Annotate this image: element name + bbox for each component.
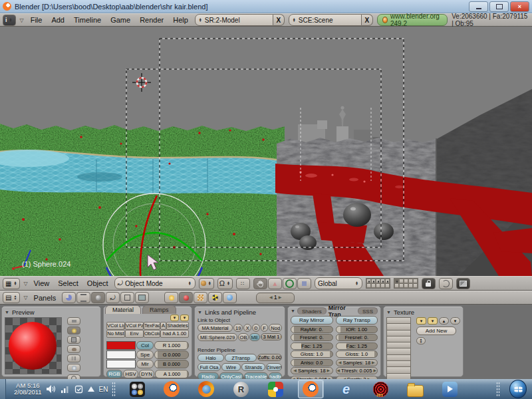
lamp-buttons-button[interactable] bbox=[164, 292, 178, 303]
layer-cell[interactable] bbox=[413, 279, 418, 283]
copy-material-arrow-button[interactable]: ▼ bbox=[170, 315, 179, 321]
mir-button[interactable]: Mir bbox=[136, 360, 154, 368]
language-indicator[interactable]: EN bbox=[99, 386, 108, 393]
close-button[interactable]: × bbox=[510, 1, 529, 12]
scene-selector[interactable]: ▲▼SCE:Scene bbox=[289, 14, 362, 26]
material-index-field[interactable]: ◀3 Mat 1▶ bbox=[261, 333, 282, 340]
orientation-dropdown[interactable]: Global▲▼ bbox=[315, 277, 362, 289]
buttons-editor-type-button[interactable]: ▤▲▼ bbox=[3, 292, 20, 303]
menu-add[interactable]: Add bbox=[49, 16, 67, 24]
gloss-transp-slider[interactable]: Gloss: 1.0 bbox=[336, 350, 378, 358]
script-context-button[interactable] bbox=[76, 292, 90, 303]
layer-cell[interactable] bbox=[366, 279, 371, 283]
menu-timeline[interactable]: Timeline bbox=[71, 16, 104, 24]
layer-cell[interactable] bbox=[399, 279, 404, 283]
menu-game[interactable]: Game bbox=[108, 16, 133, 24]
material-buttons-button[interactable] bbox=[179, 292, 193, 303]
translate-manipulator-button[interactable]: ▲ bbox=[268, 278, 282, 289]
taskbar-grip[interactable] bbox=[496, 382, 500, 396]
texture-slot[interactable] bbox=[386, 324, 411, 330]
menu-help[interactable]: Help bbox=[170, 16, 191, 24]
fake-user-button[interactable]: F bbox=[261, 324, 269, 332]
start-button[interactable] bbox=[509, 380, 527, 398]
specular-color-swatch[interactable] bbox=[106, 350, 136, 359]
layer-buttons-group-1[interactable] bbox=[366, 278, 390, 289]
editor-type-button[interactable]: i▲▼ bbox=[3, 15, 16, 26]
toggle-no-mist[interactable]: No Mist bbox=[106, 330, 125, 338]
preview-hair-button[interactable] bbox=[67, 354, 80, 362]
spe-button[interactable]: Spe bbox=[136, 350, 154, 359]
tab-sss[interactable]: SSS bbox=[358, 307, 378, 315]
fac-transp-slider[interactable]: Fac: 1.25 bbox=[336, 342, 378, 350]
menu-render[interactable]: Render bbox=[137, 16, 166, 24]
layer-cell[interactable] bbox=[385, 283, 390, 288]
slider-r[interactable]: R 1.000 bbox=[154, 341, 189, 350]
mesh-datablock-field[interactable]: ME:Sphere.029 bbox=[198, 333, 237, 341]
texture-slot[interactable] bbox=[386, 355, 411, 361]
pivot-button[interactable]: Ω▲▼ bbox=[217, 278, 233, 289]
3d-viewport[interactable]: (1) Sphere.024 bbox=[0, 27, 532, 276]
taskbar-paint-app[interactable] bbox=[267, 380, 284, 398]
layer-cell[interactable] bbox=[394, 283, 399, 288]
samples-mirror-field[interactable]: ◀Samples: 18▶ bbox=[291, 367, 333, 374]
screen-selector[interactable]: ▲▼SR:2-Model bbox=[195, 14, 273, 26]
fresnel-mirror-slider[interactable]: Fresnel: 0. bbox=[291, 334, 333, 341]
toggle-env[interactable]: Env bbox=[125, 330, 144, 338]
editing-context-button[interactable] bbox=[120, 292, 134, 303]
paste-texture-arrow-button[interactable]: ▼ bbox=[428, 317, 438, 325]
col-button[interactable]: Col bbox=[136, 341, 154, 350]
layer-cell[interactable] bbox=[385, 279, 390, 283]
raymir-slider[interactable]: RayMir: 0. bbox=[291, 326, 333, 333]
toggle-obcolor[interactable]: ObColo bbox=[144, 330, 160, 338]
halo-button[interactable]: Halo bbox=[198, 354, 224, 362]
zoffs-field[interactable]: Zoffs: 0.00 bbox=[257, 354, 282, 361]
auto-name-button[interactable]: ⊙ bbox=[252, 324, 260, 332]
taskbar-media-player[interactable] bbox=[441, 380, 458, 398]
aniso-slider[interactable]: Aniso: 0.0 bbox=[291, 359, 333, 366]
preview-plane-button[interactable] bbox=[67, 317, 80, 325]
layer-buttons-group-2[interactable] bbox=[394, 278, 418, 289]
ray-mirror-button[interactable]: Ray Mirror bbox=[291, 316, 333, 325]
mirror-color-swatch[interactable] bbox=[106, 360, 136, 368]
frame-number-field[interactable]: ◀ 1 ▶ bbox=[256, 293, 295, 303]
draw-mode-button[interactable]: ▲▼ bbox=[199, 278, 214, 289]
wire-button[interactable]: Wire bbox=[221, 363, 241, 371]
texture-slot[interactable] bbox=[386, 331, 411, 336]
minimize-button[interactable] bbox=[469, 1, 488, 12]
object-context-button[interactable]: ⤾ bbox=[106, 292, 120, 303]
panel-collapse-icon[interactable]: ▼ bbox=[386, 310, 391, 315]
logic-context-button[interactable] bbox=[62, 292, 76, 303]
taskbar-spiral-app[interactable]: 101 bbox=[372, 380, 389, 398]
layer-cell[interactable] bbox=[408, 283, 413, 288]
lock-view-button[interactable] bbox=[422, 278, 436, 289]
mode-dropdown[interactable]: ⤾ Object Mode ▲▼ bbox=[114, 277, 196, 289]
snap-dots-button[interactable]: ∷ bbox=[236, 278, 250, 289]
taskbar-realplayer[interactable]: R bbox=[232, 380, 249, 398]
taskbar-blender-pinned[interactable] bbox=[163, 380, 180, 398]
layer-cell[interactable] bbox=[408, 279, 413, 283]
hsv-mode-button[interactable]: HSV bbox=[123, 370, 138, 378]
toggle-shad-a[interactable]: had A 1.00 bbox=[160, 330, 189, 338]
move-slot-down-button[interactable]: ▼ bbox=[450, 317, 460, 325]
show-desktop-button[interactable] bbox=[0, 379, 6, 399]
scene-context-button[interactable] bbox=[135, 292, 149, 303]
layer-cell[interactable] bbox=[404, 283, 408, 288]
taskbar-media-codec-app[interactable] bbox=[128, 380, 146, 398]
window-titlebar[interactable]: Blender [D:\Users\bood\Desktop\aab\blend… bbox=[0, 0, 532, 13]
nodes-button[interactable]: Nod bbox=[269, 324, 282, 332]
taskbar-grip[interactable] bbox=[112, 382, 116, 396]
increment-arrow-icon[interactable]: ▶ bbox=[281, 334, 282, 340]
taskbar-explorer[interactable] bbox=[406, 380, 424, 398]
shading-context-button[interactable] bbox=[91, 292, 105, 303]
network-icon[interactable] bbox=[61, 385, 70, 393]
layer-cell[interactable] bbox=[399, 283, 404, 288]
increment-arrow-icon[interactable]: ▶ bbox=[279, 295, 282, 301]
toggle-vcol-light[interactable]: VCol Ligh bbox=[106, 322, 125, 330]
me-button[interactable]: ME bbox=[249, 333, 260, 341]
layer-cell[interactable] bbox=[380, 279, 385, 283]
menu-object[interactable]: Object bbox=[84, 279, 111, 287]
texture-slot[interactable] bbox=[386, 317, 411, 324]
collapse-triangle-icon[interactable]: ▽ bbox=[20, 17, 24, 23]
decrement-arrow-icon[interactable]: ◀ bbox=[269, 295, 273, 301]
diffuse-color-swatch[interactable] bbox=[106, 341, 136, 350]
